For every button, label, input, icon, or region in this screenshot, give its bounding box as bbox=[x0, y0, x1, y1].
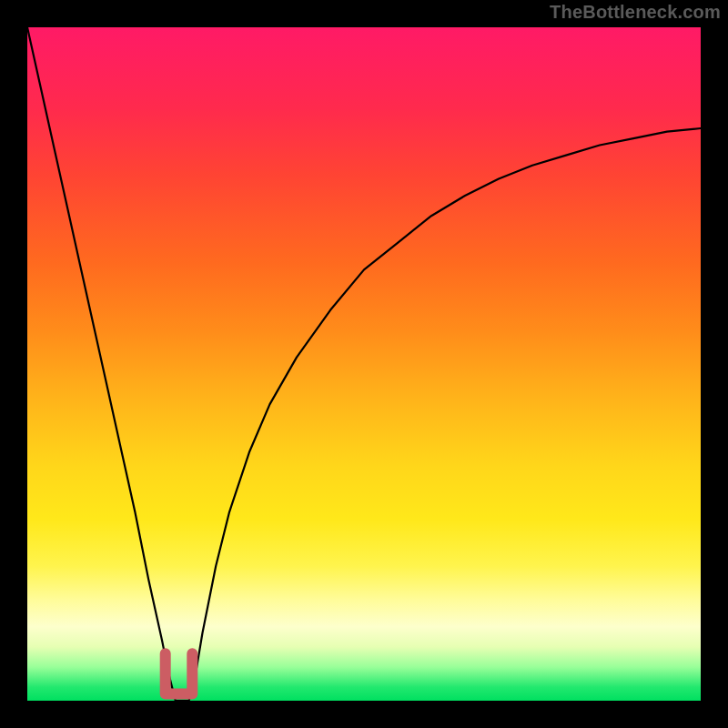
chart-frame: TheBottleneck.com bbox=[0, 0, 728, 728]
bottleneck-curve bbox=[27, 27, 701, 701]
notch-shape bbox=[166, 653, 193, 693]
curve-layer bbox=[27, 27, 701, 701]
watermark-text: TheBottleneck.com bbox=[550, 2, 721, 23]
plot-area bbox=[27, 27, 701, 701]
